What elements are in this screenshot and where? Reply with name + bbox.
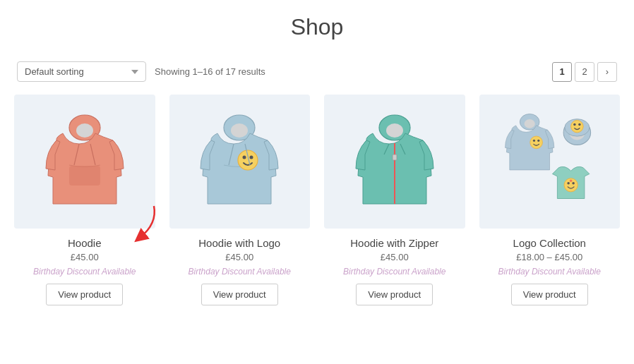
svg-point-32 (573, 182, 575, 185)
result-count: Showing 1–16 of 17 results (155, 66, 265, 77)
page-btn-2[interactable]: 2 (575, 62, 594, 82)
svg-point-7 (238, 150, 258, 170)
page-btn-1[interactable]: 1 (552, 62, 572, 82)
product-card: Logo Collection £18.00 – £45.00 Birthday… (479, 95, 621, 305)
svg-point-22 (533, 140, 535, 142)
product-name: Logo Collection (513, 237, 586, 249)
svg-point-31 (568, 182, 570, 185)
svg-point-8 (243, 156, 246, 159)
products-grid: Hoodie £45.00 Birthday Discount Availabl… (14, 95, 620, 305)
svg-point-27 (571, 120, 584, 133)
svg-point-21 (530, 136, 543, 149)
shop-page: Shop Default sorting Sort by popularity … (0, 0, 634, 313)
birthday-badge: Birthday Discount Available (189, 267, 291, 277)
svg-point-33 (570, 179, 573, 182)
birthday-badge: Birthday Discount Available (498, 267, 601, 277)
view-product-button[interactable]: View product (46, 284, 123, 305)
product-price: £18.00 – £45.00 (516, 252, 582, 262)
view-product-button[interactable]: View product (201, 284, 278, 305)
product-name: Hoodie with Zipper (350, 237, 438, 249)
svg-point-13 (386, 123, 403, 138)
page-title: Shop (14, 14, 620, 47)
product-image[interactable] (14, 95, 155, 229)
product-card: Hoodie £45.00 Birthday Discount Availabl… (14, 95, 155, 305)
birthday-badge: Birthday Discount Available (33, 267, 136, 277)
svg-point-9 (250, 156, 253, 159)
product-price: £45.00 (71, 252, 99, 262)
product-name: Hoodie with Logo (198, 237, 280, 249)
product-card: Hoodie with Zipper £45.00 Birthday Disco… (324, 95, 465, 305)
svg-rect-2 (69, 166, 100, 186)
sort-select[interactable]: Default sorting Sort by popularity Sort … (17, 61, 146, 82)
svg-point-28 (573, 123, 576, 126)
product-price: £45.00 (381, 252, 409, 262)
toolbar: Default sorting Sort by popularity Sort … (14, 61, 620, 82)
pagination: 1 2 › (552, 62, 617, 82)
svg-rect-15 (393, 154, 397, 160)
product-image[interactable] (324, 95, 465, 229)
view-product-button[interactable]: View product (356, 284, 433, 305)
product-name: Hoodie (68, 237, 102, 249)
product-image[interactable] (169, 95, 311, 229)
svg-point-1 (76, 123, 93, 138)
product-price: £45.00 (225, 252, 253, 262)
svg-point-6 (231, 123, 248, 138)
product-card: Hoodie with Logo £45.00 Birthday Discoun… (169, 95, 311, 305)
page-btn-next[interactable]: › (597, 62, 617, 82)
svg-point-20 (525, 119, 535, 128)
product-image[interactable] (479, 95, 621, 229)
birthday-badge: Birthday Discount Available (343, 267, 445, 277)
svg-point-29 (578, 123, 581, 126)
view-product-button[interactable]: View product (511, 284, 588, 305)
svg-point-23 (537, 140, 539, 142)
toolbar-left: Default sorting Sort by popularity Sort … (17, 61, 265, 82)
